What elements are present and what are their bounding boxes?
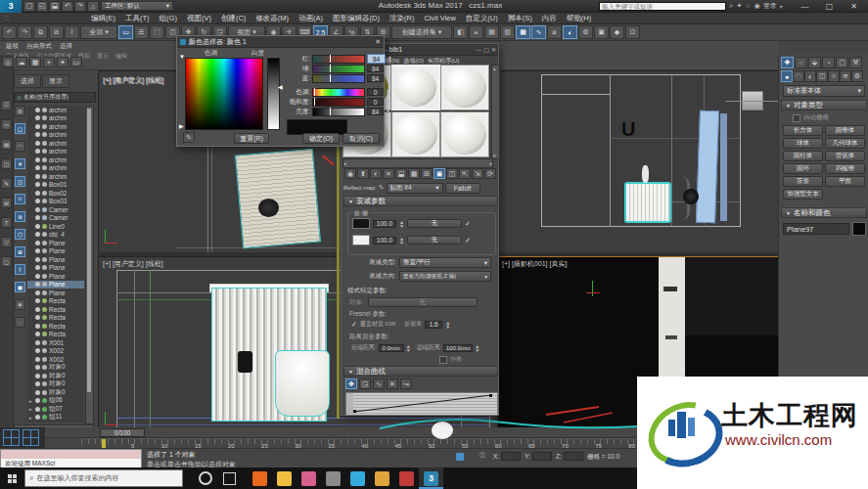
object-color-swatch[interactable] (852, 222, 866, 236)
green-slider[interactable] (312, 65, 365, 73)
visibility-eye-icon[interactable] (35, 141, 40, 146)
scene-object-row[interactable]: ▸ Line0 (27, 222, 84, 231)
table-top-object[interactable] (258, 199, 279, 217)
shapes-category[interactable]: ◠ (793, 70, 804, 82)
menu-item[interactable]: 内容 (537, 13, 562, 24)
taskbar-3dsmax-icon[interactable]: 3 (419, 467, 443, 489)
scene-object-row[interactable]: ▸ archm (27, 156, 84, 164)
display-tab[interactable]: ▢ (836, 57, 848, 68)
visibility-eye-icon[interactable] (35, 165, 40, 170)
menu-item[interactable]: 图形编辑器(D) (328, 13, 385, 24)
ok-button[interactable]: 确定(O) (302, 133, 340, 144)
layout-grid-icon[interactable] (3, 429, 20, 446)
ribbon-tab[interactable]: 建模 (6, 42, 19, 51)
scene-object-row[interactable]: ▸ 对象0 (27, 364, 84, 373)
project-folder-icon[interactable]: ⌂ (87, 1, 99, 12)
object-type-rollout-header[interactable]: ▼ 对象类型 (781, 100, 867, 111)
chevron-down-icon[interactable]: ▾ (780, 3, 783, 10)
visibility-eye-icon[interactable] (35, 357, 40, 362)
expand-arrow-icon[interactable]: ▸ (29, 398, 33, 404)
named-selection-dropdown[interactable]: 创建选择集 ▾ (391, 25, 452, 39)
start-button[interactable] (0, 467, 24, 489)
visibility-eye-icon[interactable] (35, 390, 40, 395)
side-map-button[interactable]: 无 (407, 236, 462, 244)
bind-to-spacewarp-icon[interactable]: ⌇ (65, 25, 79, 39)
hue-slider[interactable] (312, 88, 365, 97)
whiteness-cursor-icon[interactable]: ◀ (278, 83, 283, 90)
falloff-direction-dropdown[interactable]: 查看方向(摄影机 Z 轴)▾ (399, 271, 491, 282)
delete-point-icon[interactable]: ✕ (387, 378, 398, 389)
sample-hscrollbar[interactable]: ◂▸ (343, 158, 493, 168)
spacewarps-category[interactable]: ≋ (840, 70, 851, 82)
geometry-category[interactable]: ● (781, 70, 793, 82)
name-color-rollout-header[interactable]: ▼ 名称和颜色 (781, 207, 867, 218)
put-material-icon[interactable]: ⬆ (357, 168, 369, 179)
scene-object-row[interactable]: ▸ X001_ (27, 338, 84, 347)
primitive-button[interactable]: 圆锥体 (825, 125, 865, 136)
red-slider[interactable] (312, 55, 365, 64)
explorer-cloud-icon[interactable]: ☁ (16, 57, 27, 67)
primitive-button[interactable]: 长方体 (783, 125, 823, 136)
select-object-icon[interactable]: ▭ (118, 25, 133, 39)
show-end-result-icon[interactable]: ◫ (446, 168, 458, 179)
front-color-swatch[interactable] (352, 218, 370, 229)
saturation-slider[interactable] (312, 98, 365, 107)
scene-object-row[interactable]: ▸ Plane (27, 239, 84, 247)
visibility-eye-icon[interactable] (35, 149, 40, 154)
visibility-eye-icon[interactable] (35, 415, 40, 420)
eyedropper-icon[interactable]: ✎ (379, 184, 385, 192)
menu-item[interactable]: 自定义(U) (461, 13, 503, 24)
primitive-category-dropdown[interactable]: 标准基本体▾ (783, 85, 865, 97)
side-enable-check[interactable]: ✓ (465, 237, 471, 244)
ribbon-panel-label[interactable]: 显示 (97, 52, 109, 61)
scene-object-row[interactable]: ▸ Recta (27, 331, 84, 339)
motion-tab[interactable]: ◔ (822, 57, 835, 68)
signin-button[interactable]: 登录 (763, 1, 777, 11)
filter-camera-icon[interactable]: ◫ (15, 176, 25, 187)
menu-item[interactable]: 帮助(H) (562, 13, 596, 24)
blue-slider[interactable] (312, 74, 365, 83)
hue-cursor-icon[interactable]: ▼ (179, 54, 185, 60)
table-cloth-object[interactable] (275, 350, 330, 417)
viewport-top-right[interactable]: U (497, 70, 780, 254)
toggle-layer-explorer-icon[interactable]: ▥ (500, 25, 515, 39)
close-button[interactable]: ✕ (842, 2, 866, 11)
scene-object-row[interactable]: ▸ 对象0 (27, 380, 84, 389)
help-community-icon[interactable]: ✦ (736, 2, 742, 10)
visibility-eye-icon[interactable] (35, 241, 40, 245)
close-icon[interactable]: ✕ (375, 38, 381, 46)
visibility-eye-icon[interactable] (35, 332, 40, 336)
minimize-icon[interactable]: — (476, 47, 481, 53)
scene-object-row[interactable]: ▸ 组06 (27, 397, 84, 406)
get-material-icon[interactable]: ◉ (344, 168, 356, 179)
explorer-pick-icon[interactable]: ◎ (2, 57, 14, 67)
reset-map-icon[interactable]: ✕ (383, 168, 394, 179)
menu-item[interactable]: 动画(A) (294, 13, 328, 24)
cortana-button[interactable] (193, 467, 217, 489)
scene-object-row[interactable]: ▸ Camer (27, 205, 84, 214)
assign-material-icon[interactable]: ◐ (370, 168, 382, 179)
scene-object-row[interactable]: ▸ archm (27, 139, 84, 148)
round-object[interactable] (683, 189, 699, 204)
visibility-eye-icon[interactable] (35, 374, 40, 378)
close-icon[interactable]: ✕ (491, 46, 496, 53)
primitive-button[interactable]: 圆柱体 (783, 151, 823, 161)
utilities-tab[interactable]: ⚒ (849, 57, 862, 68)
undo-qat-icon[interactable]: ↶ (62, 1, 73, 12)
visibility-eye-icon[interactable] (35, 290, 40, 295)
visibility-eye-icon[interactable] (35, 398, 40, 403)
menu-item[interactable]: 组(G) (155, 13, 182, 24)
taskbar-edge-icon[interactable] (345, 467, 370, 489)
scene-object-row[interactable]: ▸ Plane (27, 272, 84, 281)
scene-object-row[interactable]: ▸ 对象0 (27, 372, 84, 380)
scene-object-row[interactable]: ▸ Plane (27, 247, 84, 256)
ior-field[interactable]: 1.6 (425, 321, 442, 329)
filter-container-icon[interactable]: ▣ (15, 282, 25, 292)
sketch-plan-object[interactable] (235, 149, 321, 249)
search-icon[interactable]: ⌕ (729, 1, 733, 11)
menu-item[interactable]: 创建(C) (216, 13, 251, 24)
z-coord-field[interactable] (564, 452, 583, 461)
mirror-icon[interactable]: ◧ (453, 25, 468, 39)
menu-item[interactable]: Civil View (419, 13, 460, 24)
dark-u-object[interactable]: U (621, 118, 635, 141)
